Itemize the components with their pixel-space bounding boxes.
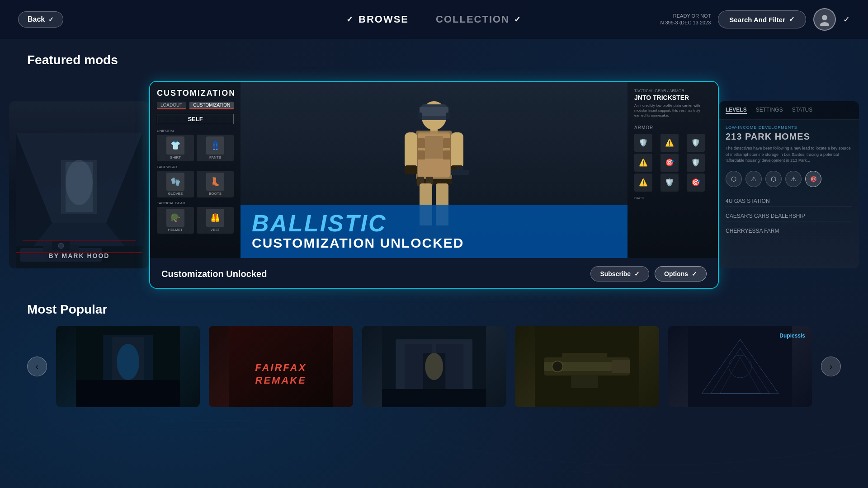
subscribe-check-icon: ✓ [634,270,640,277]
custom-center: BALLISTIC CUSTOMIZATION UNLOCKED [241,82,627,258]
jnto-name: JNTO TRICKSTER [634,94,711,101]
subscribe-label: Subscribe [600,270,631,277]
shirt-item[interactable]: 👕 SHIRT [157,135,194,161]
featured-main-card[interactable]: CUSTOMIZATION LOADOUT CUSTOMIZATION SELF… [149,81,719,289]
popular-section-title: Most Popular [27,302,841,317]
prev-arrow-icon: ‹ [36,362,38,371]
popular-card-5[interactable]: Duplessis [668,326,812,407]
pants-icon: 👖 [206,136,224,155]
svg-point-0 [822,15,827,20]
svg-rect-25 [417,138,425,148]
next-arrow-button[interactable]: › [821,357,841,376]
card3-svg [362,326,506,407]
popular-card-3-inner [362,326,506,407]
svg-rect-35 [405,165,417,174]
user-check-icon: ✓ [843,14,850,24]
armor-1[interactable]: 🛡️ [634,134,652,152]
facewear-label: FACEWEAR [157,165,234,169]
main-content: Featured mods [0,39,868,407]
armor-4[interactable]: ⚠️ [634,154,652,172]
armor-2[interactable]: ⚠️ [660,134,679,152]
jnto-category: TACTICAL GEAR / ARMOR [634,89,711,93]
svg-rect-62 [562,353,607,360]
svg-rect-57 [382,389,486,407]
gta-icon-4[interactable]: ⚠ [785,171,802,187]
back-label: Back [28,15,45,23]
fps-scene-bg: BY MARK HOOD [9,101,149,268]
armor-3[interactable]: 🛡️ [687,134,705,152]
pants-item[interactable]: 👖 PANTS [197,135,234,161]
featured-carousel: BY MARK HOOD CUSTOMIZATION LOADOUT CUSTO… [0,76,868,293]
tab-levels[interactable]: LEVELS [726,107,747,114]
popular-card-1[interactable] [56,326,200,407]
search-filter-label: Search And Filter [729,16,785,23]
self-label: SELF [157,114,234,124]
custom-header-title: CUSTOMIZATION [157,89,234,98]
tab-loadout[interactable]: LOADOUT [157,102,186,109]
svg-rect-18 [420,107,448,116]
footer-actions: Subscribe ✓ Options ✓ [590,266,707,282]
helmet-item[interactable]: 🪖 HELMET [157,207,194,234]
gta-icon-1[interactable]: ⬡ [726,171,742,187]
armor-6[interactable]: 🛡️ [687,154,705,172]
header-left: Back ✓ [18,11,63,28]
featured-section-title: Featured mods [0,53,868,67]
vest-icon: 🦺 [206,209,224,227]
shirt-label: SHIRT [170,155,181,160]
svg-rect-34 [451,132,463,169]
ready-status-text: READY OR NOT [660,13,711,19]
left-card-author: BY MARK HOOD [49,252,110,259]
prev-arrow-button[interactable]: ‹ [27,357,47,376]
gta-icon-3[interactable]: ⬡ [765,171,782,187]
tab-customization[interactable]: CUSTOMIZATION [189,102,234,109]
featured-right-card[interactable]: LEVELS SETTINGS STATUS LOW-INCOME DEVELO… [719,101,859,268]
user-avatar[interactable] [813,8,836,31]
svg-rect-47 [76,380,180,407]
gta-icon-2[interactable]: ⚠ [745,171,762,187]
uniform-label: UNIFORM [157,129,234,133]
armor-8[interactable]: 🛡️ [660,174,679,192]
gta-icon-5[interactable]: 🎯 [805,171,821,187]
armor-5[interactable]: 🎯 [660,154,679,172]
popular-carousel: ‹ [27,326,841,407]
popular-card-4[interactable] [515,326,659,407]
featured-left-card[interactable]: BY MARK HOOD [9,101,149,268]
nav-collection-label: COLLECTION [436,14,509,25]
gta-card-header: LEVELS SETTINGS STATUS [719,101,859,120]
wave-decoration [0,398,868,488]
search-filter-button[interactable]: Search And Filter ✓ [718,10,806,28]
armor-9[interactable]: 🎯 [687,174,705,192]
location-1[interactable]: 4U GAS STATION [726,196,852,206]
featured-main-footer: Customization Unlocked Subscribe ✓ Optio… [150,258,718,289]
gloves-item[interactable]: 🧤 GLOVES [157,171,194,197]
user-id-text: N 399-3 (DEC 13 2023 [660,19,711,26]
overlay-text: BALLISTIC CUSTOMIZATION UNLOCKED [241,205,627,258]
check-browse-icon: ✓ [346,14,354,24]
boots-item[interactable]: 👢 BOOTS [197,171,234,197]
subscribe-button[interactable]: Subscribe ✓ [590,266,649,282]
nav-browse-label: BROWSE [359,14,409,25]
customization-screen: CUSTOMIZATION LOADOUT CUSTOMIZATION SELF… [150,82,718,258]
header-nav: ✓ BROWSE COLLECTION ✓ [346,14,522,25]
armor-section-title: ARMOR [634,125,711,130]
duplessis-label: Duplessis [779,333,805,339]
nav-browse[interactable]: ✓ BROWSE [346,14,409,25]
location-3[interactable]: CHERRYESSA FARM [726,226,852,236]
back-button[interactable]: Back ✓ [18,11,63,28]
armor-7[interactable]: ⚠️ [634,174,652,192]
jnto-desc: An incredibly low-profile plate carrier … [634,103,711,118]
boots-icon: 👢 [206,173,224,191]
location-2[interactable]: CAESAR'S CARS DEALERSHIP [726,211,852,221]
svg-point-46 [117,344,139,380]
svg-rect-63 [612,360,630,373]
popular-card-2[interactable]: FAIRFAX REMAKE [209,326,353,407]
popular-card-3[interactable] [362,326,506,407]
nav-collection[interactable]: COLLECTION ✓ [436,14,522,25]
tab-settings[interactable]: SETTINGS [756,107,783,114]
check-collection-icon: ✓ [514,14,522,24]
vest-item[interactable]: 🦺 VEST [197,207,234,234]
clothing-grid: 👕 SHIRT 👖 PANTS [157,135,234,161]
custom-right-panel: TACTICAL GEAR / ARMOR JNTO TRICKSTER An … [627,82,718,258]
options-button[interactable]: Options ✓ [655,266,707,282]
tab-status[interactable]: STATUS [792,107,813,114]
